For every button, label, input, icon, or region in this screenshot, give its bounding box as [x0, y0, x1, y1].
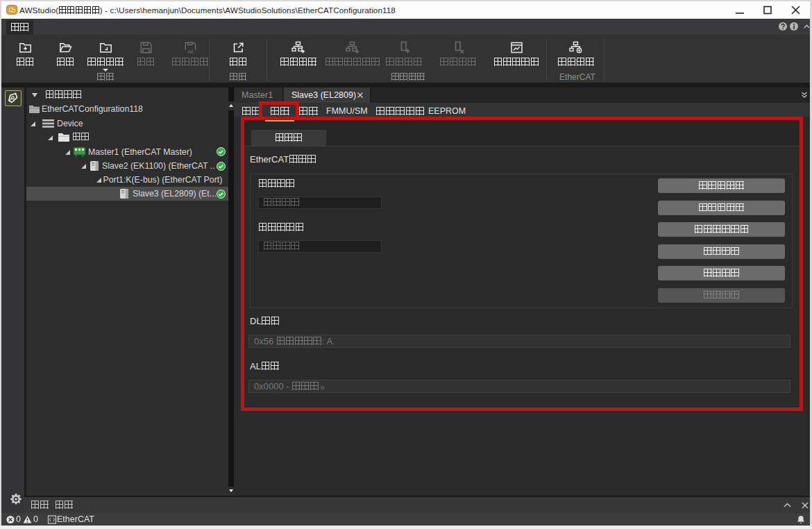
- svg-text:All: All: [187, 49, 194, 55]
